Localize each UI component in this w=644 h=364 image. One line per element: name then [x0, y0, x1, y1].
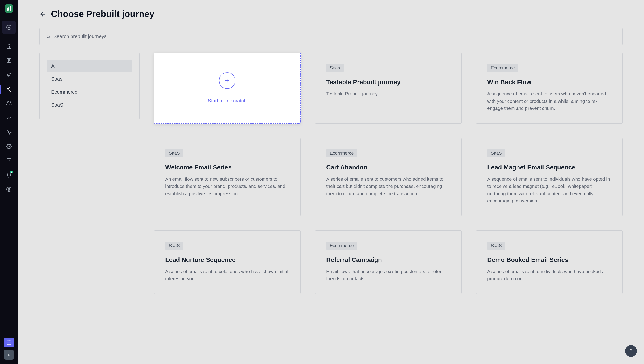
- svg-point-21: [47, 35, 50, 38]
- app-logo[interactable]: [5, 5, 13, 13]
- card-desc: Testable Prebuilt journey: [326, 90, 450, 98]
- card-tag: SaaS: [487, 149, 505, 157]
- svg-rect-16: [7, 341, 11, 345]
- nav-billing[interactable]: [2, 183, 16, 196]
- card-tag: SaaS: [165, 149, 183, 157]
- card-title: Win Back Flow: [487, 79, 611, 86]
- card-desc: A series of emails sent to cold leads wh…: [165, 268, 289, 283]
- dollar-icon: [6, 187, 12, 192]
- back-arrow-icon[interactable]: [39, 11, 46, 18]
- card-title: Cart Abandon: [326, 164, 450, 171]
- journey-card[interactable]: Saas Testable Prebuilt journey Testable …: [315, 53, 462, 124]
- nav-settings[interactable]: [2, 140, 16, 153]
- svg-point-9: [10, 90, 11, 91]
- users-icon: [6, 101, 12, 106]
- card-desc: A sequence of emails sent to users who h…: [487, 90, 611, 112]
- search-input[interactable]: [54, 34, 616, 39]
- filter-saas-1[interactable]: Saas: [47, 73, 132, 85]
- avatar-letter: s: [8, 352, 10, 356]
- card-title: Welcome Email Series: [165, 164, 289, 171]
- journey-card[interactable]: SaaS Lead Nurture Sequence A series of e…: [154, 230, 300, 294]
- svg-line-10: [8, 90, 10, 90]
- megaphone-icon: [6, 72, 12, 77]
- card-title: Referral Campaign: [326, 256, 450, 263]
- card-tag: Ecommerce: [326, 242, 357, 250]
- card-tag: SaaS: [165, 242, 183, 250]
- document-icon: [6, 58, 12, 63]
- filter-saas-2[interactable]: SaaS: [47, 99, 132, 111]
- sidebar: 1 s: [0, 0, 18, 364]
- plus-circle-icon: [6, 25, 12, 30]
- gear-icon: [6, 144, 12, 149]
- main-content: Choose Prebuilt journey All Saas Ecommer…: [18, 0, 644, 364]
- journey-card[interactable]: SaaS Lead Magnet Email Sequence A sequen…: [476, 138, 622, 216]
- journey-card[interactable]: SaaS Welcome Email Series An email flow …: [154, 138, 300, 216]
- start-from-scratch-card[interactable]: Start from scratch: [154, 53, 300, 124]
- notification-badge: 1: [10, 170, 13, 173]
- card-desc: A series of emails sent to individuals w…: [487, 268, 611, 283]
- nav-journeys[interactable]: [2, 82, 16, 96]
- card-desc: Email flows that encourages existing cus…: [326, 268, 450, 283]
- scratch-label: Start from scratch: [208, 98, 247, 104]
- journey-card[interactable]: Ecommerce Win Back Flow A sequence of em…: [476, 53, 622, 124]
- card-title: Lead Nurture Sequence: [165, 256, 289, 263]
- filter-panel: All Saas Ecommerce SaaS: [39, 53, 140, 119]
- plus-circle-icon: [219, 72, 236, 89]
- svg-line-22: [49, 37, 50, 38]
- journey-card[interactable]: Ecommerce Referral Campaign Email flows …: [315, 230, 462, 294]
- nav-document[interactable]: [2, 54, 16, 67]
- code-icon: [6, 158, 12, 163]
- card-tag: Ecommerce: [326, 149, 357, 157]
- help-icon: ?: [630, 348, 632, 354]
- svg-line-11: [8, 88, 10, 89]
- filter-all[interactable]: All: [47, 60, 132, 72]
- page-title: Choose Prebuilt journey: [51, 9, 154, 19]
- svg-point-12: [8, 101, 9, 103]
- card-tag: SaaS: [487, 242, 505, 250]
- avatar[interactable]: s: [4, 350, 14, 359]
- card-title: Testable Prebuilt journey: [326, 79, 450, 86]
- nav-home[interactable]: [2, 39, 16, 53]
- filter-ecommerce[interactable]: Ecommerce: [47, 86, 132, 98]
- search-box[interactable]: [39, 28, 622, 45]
- card-tag: Saas: [326, 64, 344, 72]
- svg-point-8: [7, 88, 8, 90]
- help-button[interactable]: ?: [625, 345, 637, 357]
- card-desc: A series of emails sent to customers who…: [326, 175, 450, 198]
- chart-icon: [6, 115, 12, 120]
- nav-automation[interactable]: [2, 125, 16, 139]
- journey-card[interactable]: SaaS Demo Booked Email Series A series o…: [476, 230, 622, 294]
- svg-point-7: [10, 87, 11, 88]
- nav-notifications[interactable]: 1: [2, 168, 16, 182]
- card-desc: A sequence of emails sent to individuals…: [487, 175, 611, 205]
- nav-broadcast[interactable]: [2, 68, 16, 81]
- calendar-icon: [6, 340, 12, 345]
- click-icon: [6, 129, 12, 135]
- share-icon: [6, 86, 12, 92]
- nav-embed[interactable]: [2, 154, 16, 167]
- nav-analytics[interactable]: [2, 111, 16, 124]
- svg-point-13: [8, 146, 10, 147]
- card-desc: An email flow sent to new subscribers or…: [165, 175, 289, 198]
- search-icon: [46, 35, 50, 39]
- journey-card[interactable]: Ecommerce Cart Abandon A series of email…: [315, 138, 462, 216]
- page-header: Choose Prebuilt journey: [39, 9, 622, 19]
- home-icon: [6, 43, 12, 49]
- card-tag: Ecommerce: [487, 64, 518, 72]
- calendar-button[interactable]: [4, 337, 14, 347]
- nav-people[interactable]: [2, 97, 16, 110]
- add-button[interactable]: [2, 21, 16, 34]
- card-title: Lead Magnet Email Sequence: [487, 164, 611, 171]
- card-title: Demo Booked Email Series: [487, 256, 611, 263]
